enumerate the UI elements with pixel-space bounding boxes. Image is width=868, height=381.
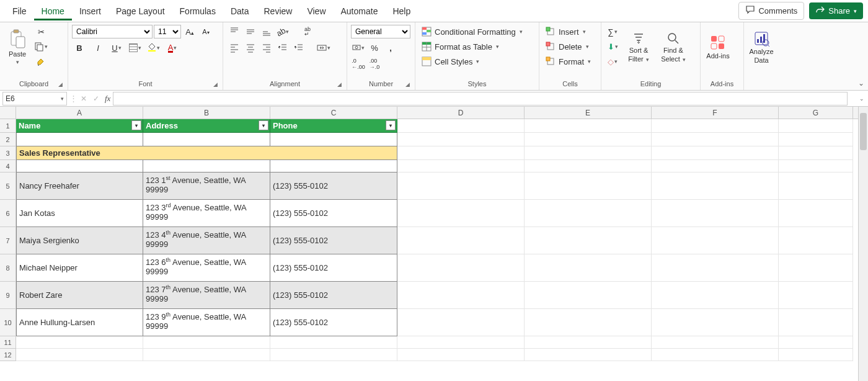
cell[interactable] — [525, 173, 652, 200]
expand-formula-bar[interactable]: ⌄ — [859, 96, 864, 102]
cell[interactable] — [16, 133, 143, 146]
wrap-text-button[interactable]: ab↵ — [300, 25, 315, 38]
cell[interactable] — [779, 282, 853, 309]
bold-button[interactable]: B — [72, 41, 87, 55]
cell[interactable] — [779, 119, 853, 133]
cell[interactable] — [397, 160, 525, 173]
cell[interactable] — [652, 146, 779, 160]
address-cell[interactable]: 123 9th Avenue, Seattle, WA 99999 — [143, 309, 270, 336]
cell[interactable] — [652, 160, 779, 173]
percent-button[interactable]: % — [367, 41, 382, 55]
table-header-phone[interactable]: Phone▾ — [270, 119, 397, 133]
row-header-6[interactable]: 6 — [0, 200, 16, 227]
insert-cells-button[interactable]: Insert▾ — [543, 25, 593, 38]
cell[interactable] — [652, 227, 779, 254]
tab-page-layout[interactable]: Page Layout — [108, 2, 172, 20]
row-header-3[interactable]: 3 — [0, 146, 16, 160]
decrease-indent-button[interactable] — [275, 41, 290, 55]
cell[interactable] — [397, 133, 525, 146]
cell[interactable] — [779, 227, 853, 254]
fill-button[interactable]: ⬇▾ — [605, 40, 620, 53]
phone-cell[interactable]: (123) 555-0102 — [270, 282, 397, 309]
cell[interactable] — [143, 160, 270, 173]
cell[interactable] — [525, 254, 652, 282]
tab-data[interactable]: Data — [223, 2, 257, 20]
row-header-5[interactable]: 5 — [0, 173, 16, 200]
phone-cell[interactable]: (123) 555-0102 — [270, 200, 397, 227]
fill-color-button[interactable]: ▾ — [146, 41, 161, 55]
cell[interactable] — [16, 349, 143, 361]
font-name-select[interactable]: Calibri — [72, 25, 153, 38]
address-cell[interactable]: 123 3rd Avenue, Seattle, WA 99999 — [143, 200, 270, 227]
cell[interactable] — [525, 282, 652, 309]
name-cell[interactable]: Robert Zare — [16, 282, 143, 309]
row-header-12[interactable]: 12 — [0, 349, 16, 361]
cell[interactable] — [525, 349, 652, 361]
cell[interactable] — [779, 254, 853, 282]
increase-font-button[interactable]: A▴ — [182, 25, 197, 38]
cell[interactable] — [143, 133, 270, 146]
cell[interactable] — [779, 146, 853, 160]
clipboard-launcher[interactable]: ◢ — [58, 81, 63, 87]
worksheet-grid[interactable]: ABCDEFG 1Name▾Address▾Phone▾23Sales Repr… — [0, 107, 858, 381]
filter-button[interactable]: ▾ — [386, 120, 396, 130]
address-cell[interactable]: 123 4th Avenue, Seattle, WA 99999 — [143, 227, 270, 254]
cell[interactable] — [397, 309, 525, 336]
cell[interactable] — [779, 133, 853, 146]
tab-view[interactable]: View — [299, 2, 333, 20]
tab-review[interactable]: Review — [257, 2, 300, 20]
address-cell[interactable]: 123 7th Avenue, Seattle, WA 99999 — [143, 282, 270, 309]
column-header-G[interactable]: G — [779, 107, 853, 119]
decrease-decimal-button[interactable]: .00→.0 — [367, 57, 382, 71]
cell-styles-button[interactable]: Cell Styles▾ — [419, 55, 525, 68]
cell[interactable] — [397, 227, 525, 254]
cell[interactable] — [270, 160, 397, 173]
table-header-address[interactable]: Address▾ — [143, 119, 270, 133]
number-format-select[interactable]: General — [351, 25, 410, 38]
tab-formulas[interactable]: Formulas — [172, 2, 223, 20]
ribbon-collapse-button[interactable]: ⌄ — [858, 79, 864, 87]
comments-button[interactable]: Comments — [738, 2, 804, 20]
cell[interactable] — [525, 133, 652, 146]
address-cell[interactable]: 123 1st Avenue, Seattle, WA 99999 — [143, 173, 270, 200]
cell[interactable] — [652, 336, 779, 349]
addins-button[interactable]: Add-ins — [704, 25, 732, 69]
column-header-E[interactable]: E — [525, 107, 652, 119]
cell[interactable] — [16, 160, 143, 173]
column-header-C[interactable]: C — [270, 107, 397, 119]
filter-button[interactable]: ▾ — [131, 120, 141, 130]
cell[interactable] — [16, 336, 143, 349]
cell[interactable] — [270, 349, 397, 361]
cell[interactable] — [525, 227, 652, 254]
cell[interactable] — [525, 119, 652, 133]
tab-help[interactable]: Help — [385, 2, 418, 20]
borders-button[interactable]: ▾ — [128, 41, 143, 55]
formula-bar-input[interactable] — [113, 92, 848, 105]
orientation-button[interactable]: ab▾ — [275, 25, 290, 38]
name-cell[interactable]: Michael Neipper — [16, 254, 143, 282]
format-painter-button[interactable] — [33, 55, 48, 68]
font-launcher[interactable]: ◢ — [213, 81, 218, 87]
cell[interactable] — [652, 349, 779, 361]
cell[interactable] — [143, 349, 270, 361]
cell[interactable] — [397, 119, 525, 133]
cell[interactable] — [779, 336, 853, 349]
enter-formula-button[interactable]: ✓ — [90, 94, 102, 103]
font-size-select[interactable]: 11 — [154, 25, 181, 38]
cell[interactable] — [525, 200, 652, 227]
cell[interactable] — [779, 309, 853, 336]
align-top-button[interactable] — [227, 25, 242, 38]
tab-home[interactable]: Home — [34, 2, 72, 20]
cell[interactable] — [779, 173, 853, 200]
cell[interactable] — [397, 254, 525, 282]
cell[interactable] — [143, 336, 270, 349]
cell[interactable] — [270, 133, 397, 146]
cell[interactable] — [652, 133, 779, 146]
clear-button[interactable]: ◇▾ — [605, 55, 620, 68]
tab-insert[interactable]: Insert — [72, 2, 108, 20]
increase-decimal-button[interactable]: .0←.00 — [351, 57, 366, 71]
accounting-format-button[interactable]: ▾ — [351, 41, 366, 55]
font-color-button[interactable]: A▾ — [165, 41, 180, 55]
cell[interactable] — [779, 349, 853, 361]
tab-file[interactable]: File — [5, 2, 34, 20]
